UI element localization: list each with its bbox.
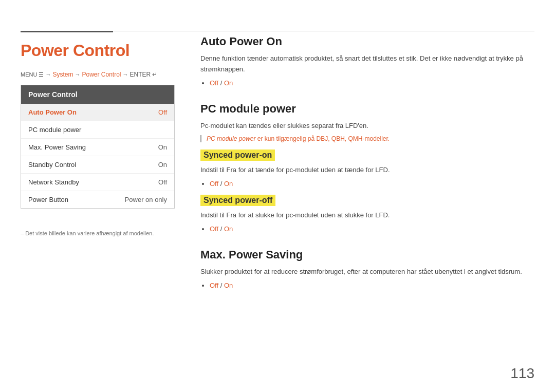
auto-power-on-on: On <box>224 79 233 87</box>
auto-power-on-bullets: Off / On <box>200 79 534 87</box>
section-max-power-saving: Max. Power Saving Slukker produktet for … <box>200 248 534 289</box>
synced-power-off-bullets: Off / On <box>200 225 534 233</box>
auto-power-on-desc: Denne funktion tænder automatisk produkt… <box>200 53 534 75</box>
panel-row-network-standby-value: Off <box>158 178 167 186</box>
auto-power-on-title: Auto Power On <box>200 35 534 48</box>
panel-row-standby-control-label: Standby Control <box>28 161 76 169</box>
breadcrumb-arrow-3: → <box>123 71 128 78</box>
synced-power-off-subsection: Synced power-off Indstil til Fra for at … <box>200 195 534 233</box>
synced-power-on-bullets: Off / On <box>200 180 534 188</box>
pc-module-note: PC module power er kun tilgængelig på DB… <box>200 135 534 142</box>
power-control-panel: Power Control Auto Power On Off PC modul… <box>21 85 175 209</box>
menu-icon: MENU ☰ <box>21 71 44 78</box>
panel-row-standby-control[interactable]: Standby Control On <box>21 156 174 174</box>
panel-row-standby-control-value: On <box>158 161 167 169</box>
panel-row-power-button[interactable]: Power Button Power on only <box>21 191 174 208</box>
pc-module-desc: Pc-modulet kan tændes eller slukkes sepa… <box>200 121 534 132</box>
auto-power-on-option: Off / On <box>210 79 534 87</box>
panel-row-auto-power-on-label: Auto Power On <box>28 108 77 116</box>
synced-power-off-option: Off / On <box>210 225 534 233</box>
panel-row-pc-module-label: PC module power <box>28 126 81 134</box>
panel-row-pc-module[interactable]: PC module power <box>21 121 174 139</box>
panel-row-auto-power-on-value: Off <box>158 108 167 116</box>
synced-power-off-highlight: Synced power-off <box>200 195 275 206</box>
breadcrumb-arrow-1: → <box>45 71 51 78</box>
page-number: 113 <box>510 365 534 382</box>
page-title: Power Control <box>21 41 130 60</box>
synced-power-off-desc: Indstil til Fra for at slukke for pc-mod… <box>200 210 534 221</box>
breadcrumb-enter: ENTER <box>130 71 151 78</box>
pc-module-title: PC module power <box>200 102 534 116</box>
max-power-saving-title: Max. Power Saving <box>200 248 534 262</box>
synced-power-on-on: On <box>224 180 233 188</box>
panel-row-power-button-label: Power Button <box>28 196 68 203</box>
breadcrumb-power-control: Power Control <box>82 71 121 78</box>
synced-power-off-on: On <box>224 225 233 233</box>
panel-note: – Det viste billede kan variere afhængig… <box>21 230 154 236</box>
panel-row-max-power-value: On <box>158 143 167 151</box>
synced-power-on-option: Off / On <box>210 180 534 188</box>
breadcrumb-arrow-2: → <box>75 71 80 78</box>
top-accent-line <box>21 31 113 32</box>
panel-row-max-power-label: Max. Power Saving <box>28 143 86 151</box>
max-power-saving-desc: Slukker produktet for at reducere strømf… <box>200 267 534 277</box>
synced-power-on-desc: Indstil til Fra for at tænde for pc-modu… <box>200 165 534 176</box>
auto-power-on-off: Off <box>210 79 218 87</box>
section-pc-module: PC module power Pc-modulet kan tændes el… <box>200 102 534 233</box>
content-area: Auto Power On Denne funktion tænder auto… <box>200 35 534 305</box>
panel-row-network-standby[interactable]: Network Standby Off <box>21 174 174 191</box>
synced-power-on-subsection: Synced power-on Indstil til Fra for at t… <box>200 150 534 188</box>
breadcrumb: MENU ☰ → System → Power Control → ENTER … <box>21 71 157 78</box>
panel-header: Power Control <box>21 85 174 104</box>
panel-row-auto-power-on[interactable]: Auto Power On Off <box>21 104 174 121</box>
max-power-saving-off: Off <box>210 282 218 289</box>
breadcrumb-system: System <box>52 71 73 78</box>
max-power-saving-option: Off / On <box>210 282 534 289</box>
synced-power-on-off: Off <box>210 180 218 188</box>
panel-row-network-standby-label: Network Standby <box>28 178 79 186</box>
panel-row-power-button-value: Power on only <box>125 196 167 203</box>
synced-power-on-highlight: Synced power-on <box>200 150 275 161</box>
max-power-saving-on: On <box>224 282 233 289</box>
synced-power-off-off: Off <box>210 225 218 233</box>
panel-row-max-power[interactable]: Max. Power Saving On <box>21 139 174 156</box>
max-power-saving-bullets: Off / On <box>200 282 534 289</box>
section-auto-power-on: Auto Power On Denne funktion tænder auto… <box>200 35 534 87</box>
breadcrumb-enter-icon: ↵ <box>152 71 157 78</box>
